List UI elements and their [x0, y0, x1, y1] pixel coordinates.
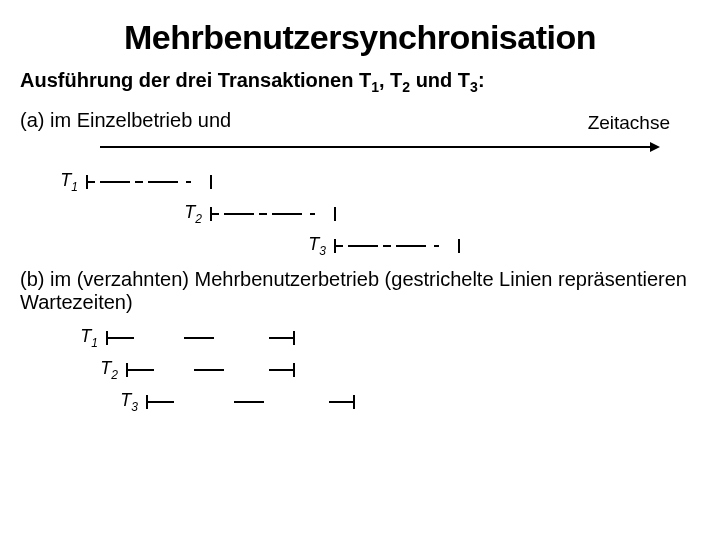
t-sub: 3	[131, 400, 138, 414]
sub-3: 3	[470, 79, 478, 95]
subtitle-text: und T	[410, 69, 470, 91]
t-sub: 3	[319, 244, 326, 258]
t3-label: T3	[110, 390, 138, 414]
t3-label: T3	[298, 234, 326, 258]
subtitle: Ausführung der drei Transaktionen T1, T2…	[20, 69, 700, 95]
bar-t3: T3	[70, 386, 700, 418]
subtitle-text: :	[478, 69, 485, 91]
t-sub: 2	[195, 212, 202, 226]
t-letter: T	[308, 234, 319, 254]
t1-segments-icon	[104, 328, 314, 348]
sub-2: 2	[402, 79, 410, 95]
t2-segments-icon	[124, 360, 314, 380]
t1-label: T1	[50, 170, 78, 194]
part-b-label: (b) im (verzahnten) Mehrbenutzerbetrieb …	[20, 268, 700, 314]
t1-bar-icon	[84, 172, 214, 192]
t-letter: T	[100, 358, 111, 378]
svg-marker-1	[650, 142, 660, 152]
diagram-a: T1 T2 T3	[50, 166, 700, 262]
t3-bar-icon	[332, 236, 462, 256]
bar-t2: T2	[50, 198, 700, 230]
t1-label: T1	[70, 326, 98, 350]
bar-t3: T3	[50, 230, 700, 262]
bar-t1: T1	[70, 322, 700, 354]
subtitle-text: Ausführung der drei Transaktionen T	[20, 69, 371, 91]
sub-1: 1	[371, 79, 379, 95]
t2-label: T2	[90, 358, 118, 382]
subtitle-text: , T	[379, 69, 402, 91]
t-sub: 1	[71, 180, 78, 194]
diagram-b: T1 T2 T3	[70, 322, 700, 418]
t-sub: 1	[91, 336, 98, 350]
t-letter: T	[80, 326, 91, 346]
t3-segments-icon	[144, 392, 374, 412]
t-letter: T	[184, 202, 195, 222]
bar-t2: T2	[70, 354, 700, 386]
time-axis-arrow	[100, 140, 660, 154]
t-letter: T	[120, 390, 131, 410]
t-sub: 2	[111, 368, 118, 382]
t-letter: T	[60, 170, 71, 190]
axis-label: Zeitachse	[588, 112, 670, 134]
bar-t1: T1	[50, 166, 700, 198]
t2-label: T2	[174, 202, 202, 226]
page-title: Mehrbenutzersynchronisation	[20, 18, 700, 57]
t2-bar-icon	[208, 204, 338, 224]
